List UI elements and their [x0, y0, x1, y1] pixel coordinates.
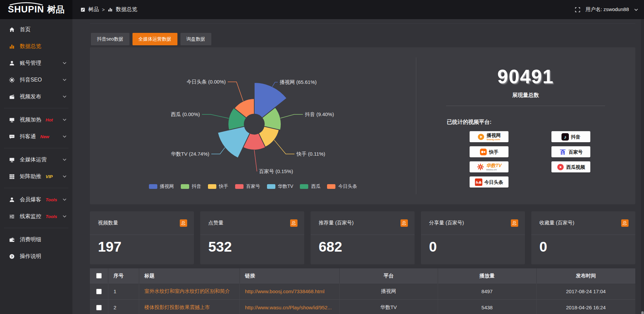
row-checkbox-cell: [90, 300, 108, 314]
total-badge[interactable]: 总: [511, 219, 518, 227]
platforms-title: 已统计的视频平台:: [447, 119, 635, 126]
platform-text: 快手: [489, 150, 498, 154]
sliders-icon: [9, 214, 15, 219]
url-cell-link[interactable]: http://www.boosj.com/7338468.html: [245, 289, 339, 294]
stat-card-视频数量: 视频数量总197: [90, 211, 194, 264]
user-caret-down-icon[interactable]: [634, 8, 638, 11]
sidebar-item-操作说明[interactable]: ?操作说明: [0, 248, 72, 265]
scrollbar-thumb[interactable]: [641, 311, 644, 314]
stat-card-label: 收藏量 (百家号): [539, 220, 574, 226]
svg-text:♪: ♪: [564, 134, 567, 140]
legend-label: 快手: [219, 184, 228, 190]
app-icon: [80, 7, 85, 12]
legend-item-快手[interactable]: 快手: [208, 184, 228, 190]
sidebar-item-账号管理[interactable]: 账号管理: [0, 55, 72, 71]
sidebar-item-抖客通[interactable]: 抖客通New: [0, 128, 72, 145]
total-badge[interactable]: 总: [400, 219, 408, 227]
sidebar-item-视频发布[interactable]: 视频发布: [0, 88, 72, 105]
sidebar-item-消费明细[interactable]: 消费明细: [0, 231, 72, 248]
sidebar-item-label: 矩阵助推: [20, 173, 41, 180]
platform-badge-百家号[interactable]: 百百家号: [551, 146, 590, 157]
sidebar-item-label: 视频加热: [20, 116, 41, 123]
title-cell-link[interactable]: 楼体投影灯投影效果震撼上市: [145, 304, 239, 311]
stat-card-header: 视频数量总: [90, 211, 194, 235]
column-header-链接: 链接: [239, 268, 339, 283]
username-label[interactable]: 用户名: zswodun88: [586, 6, 629, 13]
tab-询盘数据[interactable]: 询盘数据: [180, 33, 211, 45]
sidebar-item-抖音SEO[interactable]: 抖音SEO: [0, 71, 72, 88]
table-row: 1室外水纹灯和室内水纹灯的区别和简介http://www.boosj.com/7…: [90, 283, 635, 300]
legend-item-今日头条[interactable]: 今日头条: [327, 184, 357, 190]
platform-badge-抖音[interactable]: ♪♪抖音: [551, 131, 590, 142]
legend-marker: [327, 184, 335, 189]
seq-cell: 2: [108, 300, 139, 314]
platform-badge-西瓜视频[interactable]: 西瓜视频: [551, 161, 590, 172]
sidebar-item-label: 视频发布: [20, 93, 41, 100]
title-cell: 楼体投影灯投影效果震撼上市: [139, 300, 239, 314]
fullscreen-icon[interactable]: [575, 7, 580, 12]
platform-badge-华数TV[interactable]: 华数TVwasu.cn: [470, 161, 508, 172]
row-checkbox-cell: [90, 283, 108, 300]
sidebar-item-会员爆客[interactable]: 会员爆客Tools: [0, 191, 72, 208]
stat-card-分享量 (百家号): 分享量 (百家号)总0: [421, 211, 525, 264]
column-header-序号: 序号: [108, 268, 139, 283]
wallet-icon: [9, 237, 15, 243]
platform-badge-播视网[interactable]: 播视网boosj.com: [470, 131, 508, 142]
videos-table: 序号标题链接平台播放量发布时间1室外水纹灯和室内水纹灯的区别和简介http://…: [90, 268, 635, 314]
platform-badge-快手[interactable]: 快手: [470, 146, 508, 157]
tab-抖音seo数据[interactable]: 抖音seo数据: [91, 33, 129, 45]
stat-card-value: 0: [421, 235, 525, 255]
legend-item-华数TV[interactable]: 华数TV: [267, 184, 293, 190]
select-all-checkbox[interactable]: [96, 273, 102, 278]
sidebar-item-首页[interactable]: 首页: [0, 21, 72, 38]
platform-text: 抖音: [571, 135, 580, 139]
brand-logo[interactable]: SHUPIN 树品: [0, 0, 72, 19]
legend-item-播视网[interactable]: 播视网: [149, 184, 174, 190]
stat-card-header: 推荐量 (百家号)总: [311, 211, 415, 235]
breadcrumb-item[interactable]: 树品: [88, 6, 99, 13]
sidebar-item-视频加热[interactable]: 视频加热Hot: [0, 111, 72, 128]
total-badge[interactable]: 总: [290, 219, 298, 227]
overview-panel: 播视网 (65.61%)抖音 (9.40%)快手 (0.11%)百家号 (0.1…: [90, 47, 635, 204]
platform-name: 华数TV: [486, 163, 502, 168]
platform-text: 华数TVwasu.cn: [486, 163, 502, 171]
platform-name: 今日头条: [484, 180, 503, 185]
wasu-logo-icon: [477, 163, 484, 171]
sidebar-item-全媒体运营[interactable]: 全媒体运营: [0, 151, 72, 168]
sidebar-item-矩阵助推[interactable]: 矩阵助推VIP: [0, 168, 72, 185]
legend-label: 华数TV: [278, 184, 293, 190]
logo-arc-icon: [9, 2, 44, 5]
stat-card-header: 收藏量 (百家号)总: [531, 211, 635, 235]
column-header-发布时间: 发布时间: [536, 268, 635, 283]
sidebar-item-线索监控[interactable]: 线索监控Tools: [0, 208, 72, 225]
pie-slice-华数TV[interactable]: [218, 126, 250, 158]
legend-label: 今日头条: [338, 184, 357, 190]
platforms-column-left: 播视网boosj.com快手华数TVwasu.cn头条今日头条: [470, 131, 508, 188]
sidebar-item-label: 操作说明: [20, 253, 41, 260]
url-cell: http://www.boosj.com/7338468.html: [239, 283, 339, 300]
douyin-logo-icon: ♪♪: [561, 133, 569, 141]
pie-label: 华数TV (24.74%): [171, 151, 209, 157]
platform-text: 百家号: [569, 150, 583, 154]
total-badge[interactable]: 总: [621, 219, 629, 227]
grid-icon: [9, 174, 15, 179]
stat-card-header: 点赞量总: [200, 211, 304, 235]
scrollbar-track[interactable]: [641, 19, 644, 314]
tab-全媒体运营数据[interactable]: 全媒体运营数据: [132, 33, 177, 45]
total-badge[interactable]: 总: [180, 219, 187, 227]
title-cell-link[interactable]: 室外水纹灯和室内水纹灯的区别和简介: [145, 288, 239, 295]
app-root: SHUPIN 树品 树品 > 数据总览 用户名: zswodun88 首页数据总…: [0, 0, 644, 314]
stat-card-value: 0: [531, 235, 635, 255]
legend-item-西瓜[interactable]: 西瓜: [300, 184, 320, 190]
legend-item-百家号[interactable]: 百家号: [235, 184, 260, 190]
row-checkbox[interactable]: [96, 289, 102, 294]
platform-badge-今日头条[interactable]: 头条今日头条: [470, 176, 508, 188]
platform-text: 今日头条: [484, 180, 503, 185]
platform-cell: 播视网: [339, 283, 438, 300]
url-cell-link[interactable]: http://www.wasu.cn/Play/show/id/952...: [245, 305, 339, 310]
legend-item-抖音[interactable]: 抖音: [181, 184, 201, 190]
legend-marker: [208, 184, 216, 189]
sidebar-item-数据总览[interactable]: 数据总览: [0, 38, 72, 55]
pie-label-line: [274, 140, 294, 154]
row-checkbox[interactable]: [96, 305, 102, 310]
